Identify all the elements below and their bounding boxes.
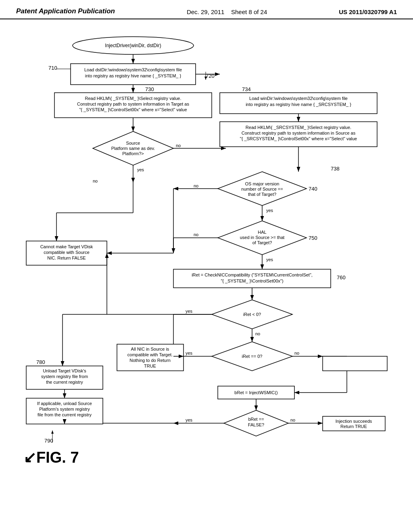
svg-text:of Target?: of Target? xyxy=(252,240,272,245)
diagram-area: InjectDriver(winDir, dstDir) 710 Load ds… xyxy=(0,23,413,499)
svg-text:iRet = CheckNICCompatibility (: iRet = CheckNICCompatibility ("SYSTEM\Cu… xyxy=(192,272,313,277)
svg-text:Cannot make Target VDisk: Cannot make Target VDisk xyxy=(40,244,93,249)
flowchart-svg: InjectDriver(winDir, dstDir) 710 Load ds… xyxy=(0,23,413,499)
svg-text:bRet ==: bRet == xyxy=(248,417,264,422)
svg-text:no: no xyxy=(194,232,198,237)
svg-text:734: 734 xyxy=(242,86,251,92)
svg-text:no: no xyxy=(93,179,98,183)
svg-text:no: no xyxy=(194,183,198,188)
svg-text:system registry file from: system registry file from xyxy=(41,374,88,379)
svg-text:Load dstDir:\windows\system32\: Load dstDir:\windows\system32\config\sys… xyxy=(84,67,182,72)
svg-text:OS major version: OS major version xyxy=(245,181,280,186)
svg-text:780: 780 xyxy=(36,359,45,365)
sheet-info: Sheet 8 of 24 xyxy=(231,8,267,15)
svg-text:Read HKLM\{ _SRCSYSTEM_ }\Sele: Read HKLM\{ _SRCSYSTEM_ }\Select registr… xyxy=(246,125,351,130)
page: Patent Application Publication Dec. 29, … xyxy=(0,0,413,532)
svg-text:iRet < 0?: iRet < 0? xyxy=(243,312,261,317)
svg-text:iRet == 0?: iRet == 0? xyxy=(242,354,263,359)
svg-text:InjectDriver(winDir, dstDir): InjectDriver(winDir, dstDir) xyxy=(105,43,161,48)
svg-text:750: 750 xyxy=(309,235,317,241)
svg-text:738: 738 xyxy=(331,166,340,172)
svg-text:710: 710 xyxy=(48,65,57,71)
svg-text:Source: Source xyxy=(126,141,140,145)
svg-text:730: 730 xyxy=(145,86,154,92)
svg-text:All NIC in Source is: All NIC in Source is xyxy=(131,347,169,351)
svg-text:NIC. Return FALSE: NIC. Return FALSE xyxy=(47,256,86,260)
svg-text:"{ _SYSTEM_ }\ControlSet00x" w: "{ _SYSTEM_ }\ControlSet00x" where x="Se… xyxy=(79,107,187,112)
svg-text:that of Target?: that of Target? xyxy=(248,192,276,197)
svg-text:Load winDir:\windows\system32\: Load winDir:\windows\system32\config\sys… xyxy=(249,96,348,101)
svg-text:no: no xyxy=(255,331,260,336)
svg-text:used in Source >= that: used in Source >= that xyxy=(240,235,285,240)
svg-text:Injection succeeds: Injection succeeds xyxy=(336,419,372,424)
page-header: Patent Application Publication Dec. 29, … xyxy=(0,0,413,19)
svg-text:740: 740 xyxy=(309,186,317,192)
svg-text:no: no xyxy=(294,351,299,355)
svg-text:bRet = InjectWSMIC(): bRet = InjectWSMIC() xyxy=(234,390,277,395)
svg-text:Platform?>: Platform?> xyxy=(122,151,144,156)
patent-number: US 2011/0320799 A1 xyxy=(339,8,397,15)
svg-text:↙: ↙ xyxy=(23,449,36,466)
svg-text:no: no xyxy=(290,418,295,422)
svg-text:compatible with Target.: compatible with Target. xyxy=(127,352,173,357)
svg-text:Read HKLM\{ _SYSTEM_ }\Select : Read HKLM\{ _SYSTEM_ }\Select registry v… xyxy=(85,96,181,101)
svg-text:yes: yes xyxy=(186,418,193,422)
svg-text:number of Source ==: number of Source == xyxy=(241,187,283,191)
svg-text:into registry as registry hive: into registry as registry hive name { _S… xyxy=(85,73,181,78)
svg-text:compatible with Source: compatible with Source xyxy=(44,250,90,255)
svg-text:TRUE: TRUE xyxy=(144,364,156,368)
header-center: Dec. 29, 2011 Sheet 8 of 24 xyxy=(187,8,267,15)
svg-text:Unload Target VDisk's: Unload Target VDisk's xyxy=(43,368,86,373)
svg-rect-91 xyxy=(323,356,387,371)
publication-date: Dec. 29, 2011 xyxy=(187,8,224,15)
svg-text:If applicable, unload Source: If applicable, unload Source xyxy=(37,401,92,406)
svg-text:file from the current registry: file from the current registry xyxy=(38,412,92,417)
svg-text:790: 790 xyxy=(44,438,53,444)
svg-text:"{ _SYSTEM_ }\ControlSet00x"): "{ _SYSTEM_ }\ControlSet00x") xyxy=(221,278,283,283)
svg-text:"{ _SRCSYSTEM_ }\ControlSet00x: "{ _SRCSYSTEM_ }\ControlSet00x" where x=… xyxy=(240,136,357,141)
svg-text:Construct registry path to sys: Construct registry path to system inform… xyxy=(77,102,189,106)
fig-label: FIG. 7 xyxy=(36,449,79,466)
svg-text:yes: yes xyxy=(266,208,273,213)
publication-title: Patent Application Publication xyxy=(16,7,115,15)
svg-text:Platform same as dev.: Platform same as dev. xyxy=(111,146,155,151)
svg-text:Construct registry path to sys: Construct registry path to system inform… xyxy=(242,131,356,135)
svg-text:yes: yes xyxy=(186,309,193,314)
svg-text:yes: yes xyxy=(137,167,144,172)
svg-text:HAL: HAL xyxy=(258,230,266,235)
svg-text:yes: yes xyxy=(186,351,193,355)
svg-text:760: 760 xyxy=(337,274,346,281)
svg-text:Return TRUE: Return TRUE xyxy=(340,424,367,429)
svg-text:Platform's system registry: Platform's system registry xyxy=(39,407,90,411)
svg-text:the current registry: the current registry xyxy=(46,380,83,384)
svg-text:FALSE?: FALSE? xyxy=(248,422,264,427)
svg-text:yes: yes xyxy=(266,257,273,262)
svg-text:into registry as registry hive: into registry as registry hive name { _S… xyxy=(246,102,351,107)
svg-text:no: no xyxy=(176,143,181,148)
svg-text:Nothing to do Return: Nothing to do Return xyxy=(129,358,171,363)
